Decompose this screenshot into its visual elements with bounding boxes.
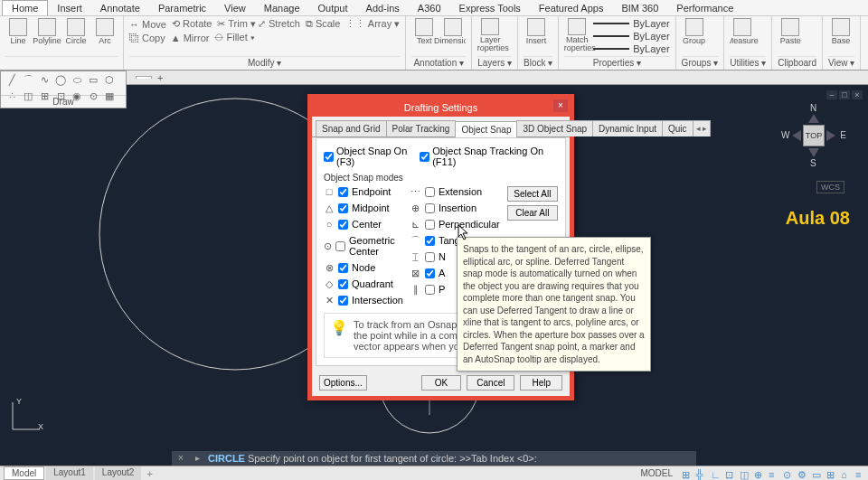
- osnap-geometric-center-checkbox[interactable]: [335, 241, 345, 251]
- ribbon-paste[interactable]: Paste: [778, 18, 803, 52]
- ribbon-item[interactable]: ⿻ Copy: [129, 33, 165, 43]
- osnap-a-checkbox[interactable]: [425, 268, 435, 278]
- compass-tri-n[interactable]: [808, 114, 819, 123]
- menu-a360[interactable]: A360: [409, 1, 450, 15]
- ribbon-group-label[interactable]: Annotation ▾: [411, 56, 466, 69]
- compass-tri-s[interactable]: [808, 148, 819, 157]
- status-icon[interactable]: ≡: [765, 467, 778, 480]
- menu-annotate[interactable]: Annotate: [91, 1, 149, 15]
- menu-bim-360[interactable]: BIM 360: [612, 1, 667, 15]
- ribbon-text[interactable]: Text: [411, 18, 437, 52]
- ribbon-polyline[interactable]: Polyline: [34, 18, 60, 52]
- dialog-close-icon[interactable]: ×: [553, 99, 568, 112]
- menu-view[interactable]: View: [215, 1, 255, 15]
- ribbon-group-label[interactable]: Block ▾: [524, 56, 552, 69]
- ribbon-dimension[interactable]: Dimension: [440, 18, 466, 52]
- status-icon[interactable]: ≡: [852, 467, 864, 480]
- ribbon-circle[interactable]: Circle: [63, 18, 89, 52]
- menu-output[interactable]: Output: [309, 1, 357, 15]
- osnap-on-checkbox[interactable]: Object Snap On (F3): [324, 146, 420, 167]
- dialog-tab-dynamic-input[interactable]: Dynamic Input: [592, 120, 663, 136]
- status-icon[interactable]: ⊞: [678, 467, 691, 480]
- dialog-titlebar[interactable]: Drafting Settings ×: [312, 99, 570, 117]
- ribbon-base[interactable]: Base: [828, 18, 854, 52]
- osnap-intersection-checkbox[interactable]: [338, 296, 348, 306]
- status-icon[interactable]: ▭: [808, 467, 821, 480]
- ribbon-group-label[interactable]: Clipboard: [778, 56, 816, 69]
- menu-parametric[interactable]: Parametric: [149, 1, 215, 15]
- tool-icon[interactable]: ∿: [39, 74, 50, 85]
- status-icon[interactable]: ⌂: [837, 467, 850, 480]
- osnap-insertion-checkbox[interactable]: [425, 203, 435, 213]
- layout-tab-layout2[interactable]: Layout2: [95, 466, 142, 480]
- command-line[interactable]: × ▸ CIRCLE Specify point on object for f…: [172, 451, 696, 466]
- ribbon-group-label[interactable]: Modify ▾: [129, 56, 400, 69]
- compass-tri-w[interactable]: [792, 130, 801, 141]
- osnap-track-checkbox[interactable]: Object Snap Tracking On (F11): [420, 146, 558, 167]
- tab-scroll-arrows[interactable]: ◂ ▸: [693, 120, 712, 136]
- dialog-tab-object-snap[interactable]: Object Snap: [455, 121, 517, 137]
- osnap-extension-checkbox[interactable]: [425, 187, 435, 197]
- select-all-button[interactable]: Select All: [507, 186, 558, 202]
- osnap-midpoint-checkbox[interactable]: [338, 203, 348, 213]
- dialog-tab-3d-object-snap[interactable]: 3D Object Snap: [516, 120, 593, 136]
- view-cube[interactable]: TOP N S E W: [778, 99, 850, 172]
- menu-express-tools[interactable]: Express Tools: [450, 1, 530, 15]
- dialog-tab-snap-and-grid[interactable]: Snap and Grid: [316, 120, 387, 136]
- close-icon[interactable]: ×: [852, 90, 863, 99]
- view-cube-top[interactable]: TOP: [803, 125, 825, 146]
- ribbon-group[interactable]: Group: [682, 18, 707, 52]
- ok-button[interactable]: OK: [421, 375, 461, 391]
- ribbon-group-label[interactable]: Properties ▾: [564, 56, 669, 69]
- osnap-tangent-checkbox[interactable]: [425, 236, 435, 246]
- tool-icon[interactable]: ⌒: [23, 74, 33, 85]
- layout-add-icon[interactable]: +: [141, 467, 157, 480]
- menu-insert[interactable]: Insert: [48, 1, 91, 15]
- ribbon-item[interactable]: ⤢ Stretch: [258, 18, 300, 30]
- compass-tri-e[interactable]: [826, 130, 835, 141]
- ribbon-group-label[interactable]: [5, 56, 118, 59]
- status-icon[interactable]: ⊙: [779, 467, 792, 480]
- cmd-close-icon[interactable]: ×: [175, 453, 186, 464]
- status-icon[interactable]: ⊕: [750, 467, 763, 480]
- tool-icon[interactable]: ∴: [6, 90, 17, 101]
- maximize-icon[interactable]: □: [839, 90, 850, 99]
- ribbon-match-properties[interactable]: Match Properties: [564, 18, 590, 52]
- bylayer-dropdown[interactable]: ByLayer: [633, 43, 669, 54]
- menu-home[interactable]: Home: [2, 0, 48, 15]
- ribbon-insert[interactable]: Insert: [524, 18, 549, 52]
- ribbon-arc[interactable]: Arc: [92, 18, 118, 52]
- dialog-tab-polar-tracking[interactable]: Polar Tracking: [386, 120, 457, 136]
- layout-tab-layout1[interactable]: Layout1: [46, 466, 93, 480]
- tool-icon[interactable]: ▦: [104, 90, 115, 101]
- tool-icon[interactable]: ▭: [88, 74, 99, 85]
- osnap-center-checkbox[interactable]: [338, 220, 348, 230]
- ribbon-item[interactable]: ✂ Trim ▾: [217, 18, 256, 30]
- wcs-label[interactable]: WCS: [816, 181, 844, 193]
- osnap-endpoint-checkbox[interactable]: [338, 187, 348, 197]
- cancel-button[interactable]: Cancel: [467, 375, 514, 391]
- ribbon-measure[interactable]: Measure: [730, 18, 755, 52]
- tool-icon[interactable]: ⬭: [71, 74, 82, 85]
- tool-icon[interactable]: ⊙: [88, 90, 99, 101]
- options-button[interactable]: Options...: [319, 375, 367, 391]
- clear-all-button[interactable]: Clear All: [507, 205, 558, 221]
- ribbon-item[interactable]: ⟲ Rotate: [172, 18, 212, 30]
- osnap-quadrant-checkbox[interactable]: [338, 279, 348, 289]
- tool-icon[interactable]: ⊞: [39, 90, 50, 101]
- ribbon-group-label[interactable]: View ▾: [828, 56, 854, 69]
- status-icon[interactable]: ⊞: [823, 467, 835, 480]
- ribbon-group-label[interactable]: Layers ▾: [477, 56, 512, 69]
- osnap-perpendicular-checkbox[interactable]: [425, 220, 435, 230]
- status-icon[interactable]: ⊡: [722, 467, 734, 480]
- dialog-tab-quic[interactable]: Quic: [662, 120, 693, 136]
- ribbon-item[interactable]: ⧉ Scale: [306, 18, 341, 30]
- ribbon-line[interactable]: Line: [5, 18, 31, 52]
- tool-icon[interactable]: ⬡: [104, 74, 115, 85]
- osnap-node-checkbox[interactable]: [338, 263, 348, 273]
- status-model[interactable]: MODEL: [637, 467, 676, 479]
- ribbon-item[interactable]: ↔ Move: [129, 19, 166, 30]
- tool-icon[interactable]: ◯: [55, 74, 66, 85]
- bylayer-dropdown[interactable]: ByLayer: [633, 31, 669, 42]
- minimize-icon[interactable]: –: [826, 90, 837, 99]
